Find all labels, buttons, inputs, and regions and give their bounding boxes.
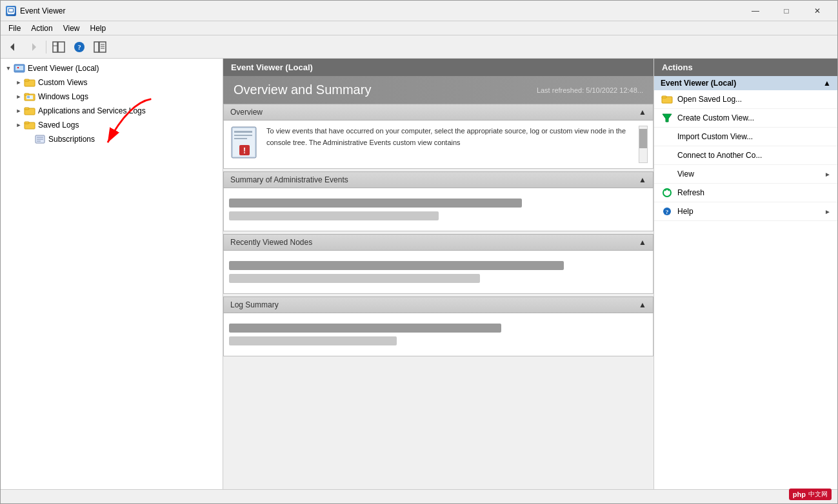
- action-connect-another[interactable]: Connect to Another Co...: [654, 146, 837, 165]
- action-create-custom-view[interactable]: Create Custom View...: [654, 109, 837, 128]
- properties-icon: [94, 41, 106, 53]
- overview-section-label: Overview: [230, 108, 263, 117]
- log-summary-section: Log Summary ▲: [223, 296, 653, 356]
- svg-rect-28: [27, 96, 30, 97]
- overview-section-header[interactable]: Overview ▲: [223, 104, 653, 121]
- svg-marker-5: [10, 43, 14, 51]
- summary-section-header[interactable]: Summary of Administrative Events ▲: [223, 171, 653, 188]
- svg-text:!: !: [243, 146, 246, 155]
- toolbar: ?: [1, 35, 837, 59]
- close-button[interactable]: ✕: [803, 1, 832, 21]
- svg-rect-13: [99, 42, 106, 52]
- import-icon: [661, 130, 673, 143]
- svg-rect-1: [9, 9, 13, 12]
- overview-scrollbar[interactable]: [639, 126, 648, 163]
- svg-rect-46: [662, 96, 666, 98]
- summary-section-label: Summary of Administrative Events: [230, 175, 348, 184]
- log-summary-section-header[interactable]: Log Summary ▲: [223, 296, 653, 313]
- saved-logs-icon: [24, 119, 35, 131]
- actions-section-label: Event Viewer (Local): [661, 79, 736, 88]
- center-panel: Event Viewer (Local) Overview and Summar…: [223, 59, 653, 489]
- recently-viewed-section-header[interactable]: Recently Viewed Nodes ▲: [223, 234, 653, 251]
- minimize-button[interactable]: —: [741, 1, 770, 21]
- tree-item-app-services[interactable]: ► Applications and Services Logs: [1, 104, 223, 118]
- forward-button[interactable]: [24, 38, 43, 56]
- tree-panel: ▼ Event Viewer (Local): [1, 59, 223, 489]
- properties-button[interactable]: [90, 38, 110, 56]
- svg-rect-7: [53, 42, 57, 52]
- subscriptions-expander: [24, 134, 34, 144]
- app-services-icon: [24, 105, 35, 117]
- folder-open-icon: [661, 93, 673, 106]
- svg-rect-41: [234, 135, 252, 136]
- svg-rect-22: [17, 67, 19, 68]
- action-refresh[interactable]: Refresh: [654, 184, 837, 202]
- book-icon: !: [229, 126, 261, 163]
- svg-point-48: [663, 189, 671, 197]
- filter-icon: [661, 111, 673, 124]
- center-panel-header: Event Viewer (Local): [223, 59, 653, 76]
- overview-collapse-icon: ▲: [639, 108, 646, 117]
- saved-logs-label: Saved Logs: [38, 121, 79, 130]
- help-button[interactable]: ?: [70, 38, 89, 56]
- menu-file[interactable]: File: [3, 23, 26, 34]
- overview-title: Overview and Summary: [234, 82, 371, 97]
- tree-item-custom-views[interactable]: ► Custom Views: [1, 75, 223, 90]
- svg-rect-33: [25, 122, 29, 124]
- last-refreshed: Last refreshed: 5/10/2022 12:48...: [537, 86, 643, 94]
- open-saved-log-label: Open Saved Log...: [677, 95, 831, 104]
- overview-scrollbar-thumb: [639, 129, 647, 148]
- tree-item-subscriptions[interactable]: Subscriptions: [1, 132, 223, 146]
- back-button[interactable]: [3, 38, 23, 56]
- summary-section-content: [223, 188, 653, 231]
- overview-section-content: ! To view events that have occurred on y…: [223, 121, 653, 169]
- summary-loading-bar-2: [229, 211, 439, 220]
- recently-viewed-bar-2: [229, 274, 480, 283]
- help-action-label: Help: [677, 207, 824, 216]
- action-view[interactable]: View ►: [654, 165, 837, 184]
- overview-text: To view events that have occurred on you…: [266, 126, 633, 163]
- action-open-saved-log[interactable]: Open Saved Log...: [654, 90, 837, 109]
- menu-action[interactable]: Action: [26, 23, 57, 34]
- sections-container: Overview ▲ !: [223, 104, 653, 489]
- title-bar: Event Viewer — □ ✕: [1, 1, 837, 21]
- action-import-custom-view[interactable]: Import Custom View...: [654, 128, 837, 146]
- toolbar-separator-1: [46, 41, 46, 53]
- help-arrow-icon: ►: [824, 208, 831, 215]
- custom-views-expander: ►: [14, 77, 24, 88]
- tree-item-saved-logs[interactable]: ► Saved Logs: [1, 118, 223, 132]
- svg-rect-42: [234, 138, 247, 139]
- actions-section-collapse: ▲: [823, 79, 831, 88]
- subscriptions-icon: [34, 133, 46, 145]
- connect-icon: [661, 149, 673, 162]
- saved-logs-expander: ►: [14, 120, 24, 130]
- refresh-label: Refresh: [677, 188, 831, 197]
- svg-marker-6: [32, 43, 36, 51]
- log-summary-bar-1: [229, 324, 501, 333]
- subscriptions-label: Subscriptions: [48, 135, 95, 144]
- tree-item-root[interactable]: ▼ Event Viewer (Local): [1, 61, 223, 75]
- overview-section: Overview ▲ !: [223, 104, 653, 169]
- help-action-icon: ?: [661, 205, 673, 218]
- action-help[interactable]: ? Help ►: [654, 202, 837, 221]
- recently-viewed-section-label: Recently Viewed Nodes: [230, 238, 312, 247]
- main-content: ▼ Event Viewer (Local): [1, 59, 837, 489]
- svg-rect-31: [25, 108, 29, 110]
- windows-logs-expander: ►: [14, 92, 24, 102]
- recently-viewed-bar-1: [229, 261, 564, 270]
- actions-panel: Actions Event Viewer (Local) ▲ Open Save…: [653, 59, 837, 489]
- menu-view[interactable]: View: [58, 23, 85, 34]
- help-icon: ?: [74, 41, 85, 53]
- custom-views-icon: [24, 77, 35, 88]
- tree-root: ▼ Event Viewer (Local): [1, 59, 223, 149]
- svg-rect-18: [15, 66, 23, 70]
- show-hide-tree-button[interactable]: [49, 38, 68, 56]
- maximize-button[interactable]: □: [772, 1, 801, 21]
- menu-help[interactable]: Help: [85, 23, 112, 34]
- root-icon: [14, 63, 25, 74]
- log-summary-bar-2: [229, 336, 397, 345]
- recently-viewed-section-content: [223, 251, 653, 294]
- actions-section-ev-local: Event Viewer (Local) ▲: [654, 76, 837, 90]
- svg-rect-4: [8, 14, 14, 14]
- tree-item-windows-logs[interactable]: ► Windows Logs: [1, 90, 223, 104]
